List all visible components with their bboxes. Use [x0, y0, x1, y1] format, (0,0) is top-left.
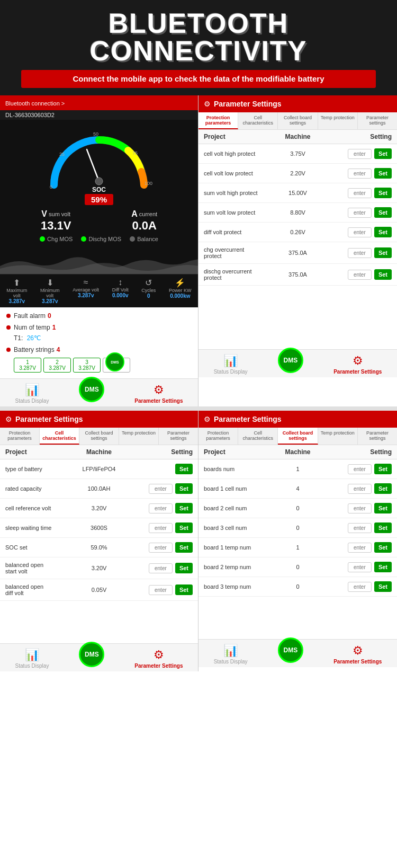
enter-input[interactable] [149, 484, 173, 494]
tab-cell-br[interactable]: Cell characteristics [238, 428, 278, 445]
battery-strings-dot [6, 348, 11, 352]
enter-input[interactable] [149, 503, 173, 513]
set-button[interactable]: Set [374, 522, 392, 533]
svg-text:SOC: SOC [92, 186, 106, 193]
nav-dms-bl[interactable]: DMS [79, 642, 104, 669]
col-machine: Machine [272, 133, 323, 140]
tab-protect-br[interactable]: Protection parameters [198, 428, 238, 445]
tab-cell-bl[interactable]: Cell characteristics [40, 428, 79, 445]
enter-input[interactable] [348, 227, 372, 237]
table-row: balanced openstart volt 3.20V Set [0, 557, 198, 579]
enter-input[interactable] [348, 149, 372, 159]
t1-row: T1: 26℃ [6, 333, 192, 344]
enter-input[interactable] [149, 523, 173, 533]
param-settings-label: Parameter Settings [134, 398, 183, 404]
stat-max-volt-icon: ⬆ [13, 278, 20, 288]
current-icon: A [131, 209, 138, 219]
bottom-left-panel: ⚙ Parameter Settings Protection paramete… [0, 411, 198, 671]
status-label-tr: Status Display [214, 369, 248, 375]
set-button[interactable]: Set [374, 483, 392, 494]
set-button[interactable]: Set [175, 464, 193, 474]
set-button[interactable]: Set [175, 522, 193, 533]
stat-max-volt-value: 3.287v [9, 298, 25, 304]
tab-collect-board[interactable]: Collect board settings [278, 112, 318, 129]
tab-temp-br[interactable]: Temp protection [318, 428, 358, 445]
enter-input[interactable] [348, 562, 372, 572]
tab-temp-bl[interactable]: Temp protection [119, 428, 159, 445]
set-button[interactable]: Set [175, 542, 193, 553]
nav-status-display-tr[interactable]: 📊 Status Display [214, 354, 248, 375]
set-button[interactable]: Set [175, 584, 193, 595]
enter-input[interactable] [348, 248, 372, 258]
nav-dms-logo[interactable]: DMS [79, 377, 104, 404]
dms-logo-overlay: DMS [105, 352, 124, 371]
stat-cycles-icon: ↺ [145, 278, 152, 288]
enter-input[interactable] [348, 503, 372, 513]
connection-label[interactable]: Bluetooth connection > [5, 100, 65, 107]
set-button[interactable]: Set [374, 464, 392, 474]
set-button[interactable]: Set [374, 503, 392, 513]
enter-input[interactable] [348, 523, 372, 533]
param-icon-br: ⚙ [353, 644, 363, 658]
nav-status-bl[interactable]: 📊 Status Display [15, 648, 49, 669]
set-button[interactable]: Set [374, 269, 392, 280]
enter-input[interactable] [348, 484, 372, 494]
set-button[interactable]: Set [374, 207, 392, 218]
tab-temp[interactable]: Temp protection [318, 112, 358, 129]
enter-input[interactable] [348, 543, 372, 553]
param-tabs-bl: Protection parameters Cell characteristi… [0, 428, 198, 445]
tab-protect-bl[interactable]: Protection parameters [0, 428, 40, 445]
set-button[interactable]: Set [175, 563, 193, 573]
stat-power: ⚡ Power KW 0.000kw [169, 278, 192, 304]
t1-value: 26℃ [27, 334, 41, 342]
bottom-nav-top-left: 📊 Status Display DMS ⚙ Parameter Setting… [0, 378, 198, 406]
tab-param-bl[interactable]: Parameter settings [159, 428, 198, 445]
enter-input[interactable] [348, 270, 372, 280]
status-display-label: Status Display [15, 398, 49, 404]
set-button[interactable]: Set [175, 483, 193, 494]
tab-collect-br[interactable]: Collect board settings [278, 428, 318, 445]
balance-dot [130, 236, 135, 242]
tab-param[interactable]: Parameter settings [358, 112, 397, 129]
enter-input[interactable] [348, 208, 372, 218]
enter-input[interactable] [149, 585, 173, 595]
set-button[interactable]: Set [374, 562, 392, 572]
table-row: type of battery LFP/liFePO4 Set [0, 459, 198, 479]
set-button[interactable]: Set [374, 168, 392, 179]
enter-input[interactable] [348, 188, 372, 198]
nav-dms-br[interactable]: DMS [278, 637, 303, 665]
enter-input[interactable] [348, 169, 372, 179]
set-button[interactable]: Set [374, 148, 392, 159]
nav-status-br[interactable]: 📊 Status Display [214, 644, 248, 665]
set-button[interactable]: Set [374, 247, 392, 258]
col-machine-br: Machine [272, 448, 323, 456]
set-button[interactable]: Set [175, 503, 193, 513]
set-button[interactable]: Set [374, 227, 392, 237]
nav-param-settings[interactable]: ⚙ Parameter Settings [134, 383, 183, 404]
enter-input[interactable] [149, 543, 173, 553]
nav-dms-logo-tr[interactable]: DMS [278, 348, 303, 375]
set-button[interactable]: Set [374, 542, 392, 553]
nav-param-bl[interactable]: ⚙ Parameter Settings [134, 648, 183, 669]
nav-param-br[interactable]: ⚙ Parameter Settings [333, 644, 382, 665]
tab-param-br[interactable]: Parameter settings [358, 428, 397, 445]
enter-input[interactable] [348, 582, 372, 592]
cell-2: 2 3.287V [43, 358, 71, 373]
enter-input[interactable] [348, 464, 372, 474]
tab-collect-bl[interactable]: Collect board settings [79, 428, 119, 445]
table-header-bl: Project Machine Setting [0, 445, 198, 459]
stat-min-volt-icon: ⬇ [47, 278, 53, 288]
tab-cell-char[interactable]: Cell characteristics [238, 112, 278, 129]
nav-param-settings-tr[interactable]: ⚙ Parameter Settings [333, 354, 382, 375]
table-row: board 2 temp num 0 Set [198, 557, 397, 577]
set-button[interactable]: Set [374, 581, 392, 592]
stat-cycles: ↺ Cycles 0 [141, 278, 156, 304]
table-row: SOC set 59.0% Set [0, 538, 198, 557]
enter-input[interactable] [149, 563, 173, 573]
table-row: cell reference volt 3.20V Set [0, 499, 198, 518]
nav-status-display[interactable]: 📊 Status Display [15, 383, 49, 404]
top-right-panel: ⚙ Parameter Settings Protection paramete… [198, 95, 397, 406]
col-project-bl: Project [5, 448, 74, 456]
tab-protection[interactable]: Protection parameters [198, 112, 238, 129]
set-button[interactable]: Set [374, 188, 392, 198]
